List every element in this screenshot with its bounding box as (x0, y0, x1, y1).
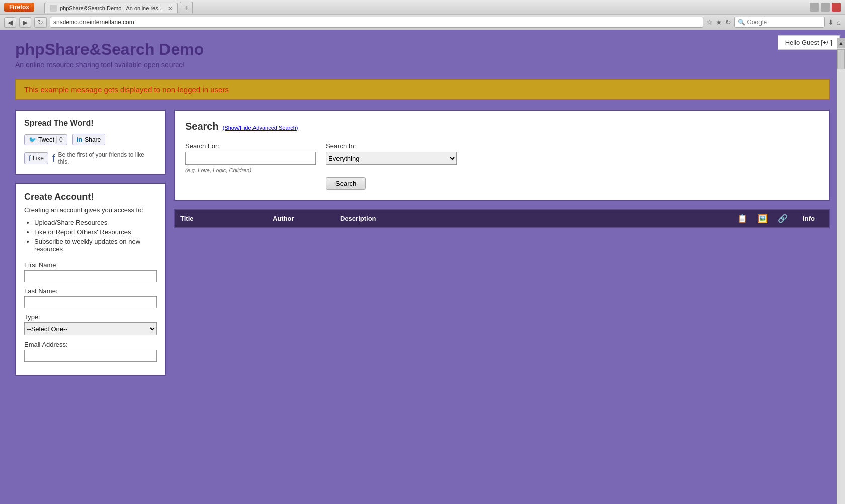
benefit-item-1: Upload/Share Resources (34, 219, 157, 226)
show-hide-advanced-search-link[interactable]: (Show/Hide Advanced Search) (223, 125, 298, 131)
site-subtitle: An online resource sharing tool availabl… (15, 61, 830, 69)
right-column: Search (Show/Hide Advanced Search) Searc… (174, 110, 830, 376)
search-in-group: Search In: Everything Title Author Descr… (326, 142, 819, 190)
benefit-item-2: Like or Report Others' Resources (34, 228, 157, 236)
share-icon: 🔗 (778, 214, 788, 223)
facebook-like-button[interactable]: f Like (24, 152, 48, 164)
spread-word-title: Spread The Word! (24, 119, 157, 128)
results-col-author: Author (273, 215, 338, 222)
twitter-icon: 🐦 (29, 136, 36, 143)
results-table-header: Title Author Description 📋 🖼️ 🔗 Info (175, 210, 829, 227)
search-form: Search For: (e.g. Love, Logic, Children)… (185, 142, 819, 190)
bookmark-list-button[interactable]: ★ (716, 18, 722, 26)
first-name-label: First Name: (24, 261, 157, 269)
nav-bar: ◀ ▶ ↻ snsdemo.oneinternetlane.com ☆ ★ ↻ … (0, 14, 845, 30)
results-col-title: Title (180, 215, 271, 222)
reload-button[interactable]: ↻ (34, 17, 47, 28)
results-col-info: Info (794, 215, 824, 222)
last-name-group: Last Name: (24, 287, 157, 308)
tab-bar: phpShare&Search Demo - An online res... … (40, 1, 197, 13)
search-for-input[interactable] (185, 152, 316, 165)
address-bar[interactable]: snsdemo.oneinternetlane.com (50, 17, 703, 28)
linkedin-icon: in (77, 136, 83, 143)
social-buttons-row: 🐦 Tweet 0 in Share (24, 134, 157, 145)
browser-search-bar[interactable]: 🔍 (734, 17, 825, 28)
search-for-label: Search For: (185, 142, 316, 150)
create-account-description: Creating an account gives you access to: (24, 206, 157, 214)
site-title: phpShare&Search Demo (15, 40, 830, 59)
linkedin-share-button[interactable]: in Share (72, 134, 106, 145)
image-icon: 🖼️ (757, 214, 768, 223)
first-name-input[interactable] (24, 270, 157, 282)
benefit-item-3: Subscribe to weekly updates on new resou… (34, 238, 157, 253)
browser-scrollbar[interactable]: ▲ (837, 38, 845, 386)
type-select[interactable]: --Select One-- Student Teacher Parent Ot… (24, 322, 157, 335)
type-label: Type: (24, 313, 157, 321)
tweet-label: Tweet (38, 136, 54, 143)
results-col-description: Description (340, 215, 731, 222)
last-name-label: Last Name: (24, 287, 157, 295)
scroll-up-arrow: ▲ (837, 38, 845, 48)
main-grid: Spread The Word! 🐦 Tweet 0 in Share f (15, 110, 830, 376)
copy-icon: 📋 (737, 214, 747, 223)
create-account-title: Create Account! (24, 192, 157, 202)
create-account-benefits: Upload/Share Resources Like or Report Ot… (24, 219, 157, 253)
new-tab-button[interactable]: + (180, 2, 193, 13)
maximize-button[interactable] (821, 3, 830, 12)
email-label: Email Address: (24, 341, 157, 348)
reload-button-2[interactable]: ↻ (725, 18, 731, 26)
page-content: Hello Guest [+/-] phpShare&Search Demo A… (0, 30, 845, 386)
tab-title: phpShare&Search Demo - An online res... (60, 5, 163, 11)
like-description: Be the first of your friends to like thi… (58, 151, 157, 165)
search-title-row: Search (Show/Hide Advanced Search) (185, 121, 819, 134)
search-for-group: Search For: (e.g. Love, Logic, Children) (185, 142, 316, 173)
facebook-icon-2: f (52, 153, 55, 164)
scrollbar-thumb[interactable] (837, 49, 845, 69)
browser-tab-active[interactable]: phpShare&Search Demo - An online res... … (44, 3, 178, 13)
minimize-button[interactable] (810, 3, 819, 12)
results-table-container: Title Author Description 📋 🖼️ 🔗 Info (174, 209, 830, 228)
notice-banner: This example message gets displayed to n… (15, 79, 830, 100)
browser-search-input[interactable] (747, 19, 823, 26)
browser-chrome: Firefox phpShare&Search Demo - An online… (0, 0, 845, 30)
left-column: Spread The Word! 🐦 Tweet 0 in Share f (15, 110, 166, 376)
bookmark-star-button[interactable]: ☆ (706, 18, 713, 26)
spread-word-card: Spread The Word! 🐦 Tweet 0 in Share f (15, 110, 166, 175)
search-in-select[interactable]: Everything Title Author Description (326, 152, 457, 165)
results-col-icon-3: 🔗 (774, 214, 792, 223)
home-button[interactable]: ⌂ (837, 18, 841, 26)
forward-button[interactable]: ▶ (19, 17, 31, 28)
browser-titlebar: Firefox phpShare&Search Demo - An online… (0, 0, 845, 14)
share-label: Share (84, 136, 101, 143)
search-card: Search (Show/Hide Advanced Search) Searc… (174, 110, 830, 201)
results-col-icon-2: 🖼️ (753, 214, 772, 223)
facebook-icon: f (29, 154, 31, 162)
first-name-group: First Name: (24, 261, 157, 282)
scrollbar-up-button[interactable]: ▲ (837, 38, 845, 48)
search-button[interactable]: Search (326, 177, 366, 190)
email-group: Email Address: (24, 341, 157, 362)
email-input[interactable] (24, 350, 157, 362)
like-description-row: f Be the first of your friends to like t… (52, 151, 157, 165)
search-hint: (e.g. Love, Logic, Children) (185, 167, 316, 173)
like-row: f Like f Be the first of your friends to… (24, 151, 157, 165)
search-in-label: Search In: (326, 142, 819, 150)
back-button[interactable]: ◀ (4, 17, 16, 28)
firefox-menu-button[interactable]: Firefox (4, 3, 34, 12)
like-label: Like (33, 155, 44, 162)
tweet-count: 0 (56, 136, 63, 143)
last-name-input[interactable] (24, 296, 157, 308)
notice-text: This example message gets displayed to n… (24, 85, 229, 94)
tweet-button[interactable]: 🐦 Tweet 0 (24, 134, 67, 145)
downloads-button[interactable]: ⬇ (828, 18, 834, 26)
type-group: Type: --Select One-- Student Teacher Par… (24, 313, 157, 335)
tab-close-button[interactable]: ✕ (168, 6, 172, 11)
google-search-icon: 🔍 (738, 19, 745, 26)
tab-favicon (50, 5, 57, 12)
address-text: snsdemo.oneinternetlane.com (53, 19, 700, 26)
search-card-title: Search (185, 121, 219, 132)
close-button[interactable] (832, 3, 841, 12)
create-account-card: Create Account! Creating an account give… (15, 183, 166, 376)
search-button-row: Search (326, 171, 819, 190)
hello-guest-badge[interactable]: Hello Guest [+/-] (778, 35, 840, 50)
